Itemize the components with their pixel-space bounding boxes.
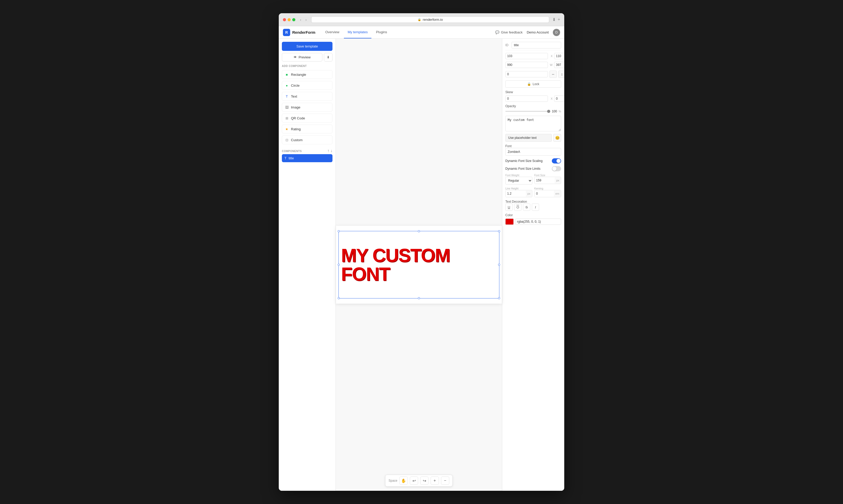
handle-bottom-right[interactable] [498,297,500,299]
placeholder-button[interactable]: Use placeholder text [505,134,552,142]
layer-text-icon: T [285,156,287,160]
skew-y-input[interactable] [554,95,564,102]
font-input[interactable] [505,148,561,156]
placeholder-row: Use placeholder text 😊 [505,134,561,142]
sort-down-button[interactable]: ↓ [330,148,333,153]
text-decoration-label: Text Decoration [505,200,561,203]
save-template-button[interactable]: Save template [282,42,333,51]
handle-right[interactable] [498,264,500,266]
feedback-label: Give feedback [501,30,522,34]
y-input[interactable] [554,53,564,59]
id-row: ID [505,42,561,50]
undo-button[interactable]: ↩ [410,476,418,485]
font-weight-label: Font Weight [505,174,532,177]
handle-top[interactable] [418,230,420,232]
component-rectangle[interactable]: ■ Rectangle [282,70,333,79]
user-avatar[interactable]: D [553,29,560,36]
x-label: X [549,54,553,58]
preview-button[interactable]: 👁 Preview [282,53,322,61]
handle-bottom[interactable] [418,297,420,299]
add-tab-icon[interactable]: + [558,17,560,22]
skew-section: Skew X Y [505,90,561,102]
zoom-in-button[interactable]: + [431,476,439,485]
redo-button[interactable]: ↪ [420,476,429,485]
star-icon: ★ [285,127,289,131]
sidebar: Save template 👁 Preview ⬇ ADD COMPONENT … [279,39,336,491]
color-value-input[interactable] [515,218,561,225]
emoji-button[interactable]: 😊 [553,134,561,142]
app-header: R RenderForm Overview My templates Plugi… [279,26,564,39]
text-decoration-section: Text Decoration U O S I [505,200,561,211]
canvas-area[interactable]: MY CUSTOMFONT Space ✋ ↩ ↪ + − [336,39,502,491]
kerning-wrap: em [534,190,561,197]
rotation-input[interactable] [505,71,548,77]
opacity-slider[interactable] [505,111,550,112]
skew-x-input[interactable] [505,95,548,102]
layer-title[interactable]: T title [282,154,333,162]
component-text[interactable]: T Text [282,92,333,101]
text-decoration-buttons: U O S I [505,203,561,211]
component-qrcode[interactable]: ⊞ QR Code [282,114,333,123]
minimize-button[interactable] [288,18,291,21]
component-image[interactable]: 🖼 Image [282,103,333,112]
nav-my-templates[interactable]: My templates [344,26,371,38]
component-custom[interactable]: ⊡ Custom [282,136,333,144]
nav-plugins[interactable]: Plugins [373,26,391,38]
coords-row: X Y [505,53,561,59]
line-height-input[interactable] [506,190,526,197]
component-rating[interactable]: ★ Rating [282,125,333,133]
opacity-label: Opacity [505,104,561,108]
kerning-input[interactable] [535,190,554,197]
x-input[interactable] [505,53,548,59]
handle-top-right[interactable] [498,230,500,232]
id-input[interactable] [512,42,561,49]
dynamic-font-scaling-row: Dynamic Font Size Scaling [505,158,561,163]
account-label[interactable]: Demo Account [526,30,549,34]
lock-icon: 🔒 [418,18,421,21]
color-swatch[interactable] [505,218,514,225]
main-layout: Save template 👁 Preview ⬇ ADD COMPONENT … [279,39,564,491]
overline-button[interactable]: O [514,203,521,211]
strikethrough-button[interactable]: S [523,203,530,211]
feedback-button[interactable]: 💬 Give feedback [495,30,522,34]
h-input[interactable] [554,62,564,68]
w-input[interactable] [505,62,548,68]
font-size-input[interactable] [535,177,555,184]
logo-area: R RenderForm [283,29,315,36]
hand-tool-button[interactable]: ✋ [399,476,408,485]
address-bar[interactable]: 🔒 renderform.io [311,16,549,23]
close-button[interactable] [283,18,286,21]
zoom-out-button[interactable]: − [441,476,449,485]
dynamic-font-limits-toggle[interactable] [552,166,561,171]
image-icon: 🖼 [285,105,289,109]
component-circle[interactable]: ● Circle [282,81,333,90]
nav-overview[interactable]: Overview [322,26,343,38]
add-component-label: ADD COMPONENT [282,64,333,68]
app-window: ‹ › 🔒 renderform.io ⬇ + R RenderForm Ove… [279,13,564,491]
dynamic-font-scaling-toggle[interactable] [552,158,561,163]
rotation-row: ↔ ↕ [505,71,561,78]
text-content-field[interactable]: My custom font [505,116,561,131]
id-label: ID [505,43,510,47]
italic-button[interactable]: I [532,203,539,211]
handle-left[interactable] [338,264,340,266]
forward-button[interactable]: › [304,17,308,22]
kerning-section: Kerning em [534,187,561,197]
flip-horizontal-button[interactable]: ↔ [550,71,557,78]
rating-label: Rating [291,127,301,131]
download-button[interactable]: ⬇ [324,53,333,61]
line-height-section: Line Height px [505,187,532,197]
back-button[interactable]: ‹ [299,17,303,22]
lock-row[interactable]: 🔒 Lock [505,80,561,88]
handle-top-left[interactable] [338,230,340,232]
sort-up-button[interactable]: ↑ [327,148,329,153]
right-panel: ID X Y W H ↔ ↕ [502,39,564,491]
line-height-wrap: px [505,190,532,197]
flip-vertical-button[interactable]: ↕ [558,71,564,78]
font-weight-select[interactable]: Regular Bold Light [505,177,532,184]
handle-bottom-left[interactable] [338,297,340,299]
maximize-button[interactable] [292,18,295,21]
underline-button[interactable]: U [505,203,513,211]
title-bar: ‹ › 🔒 renderform.io ⬇ + [279,13,564,26]
download-icon[interactable]: ⬇ [552,17,556,22]
